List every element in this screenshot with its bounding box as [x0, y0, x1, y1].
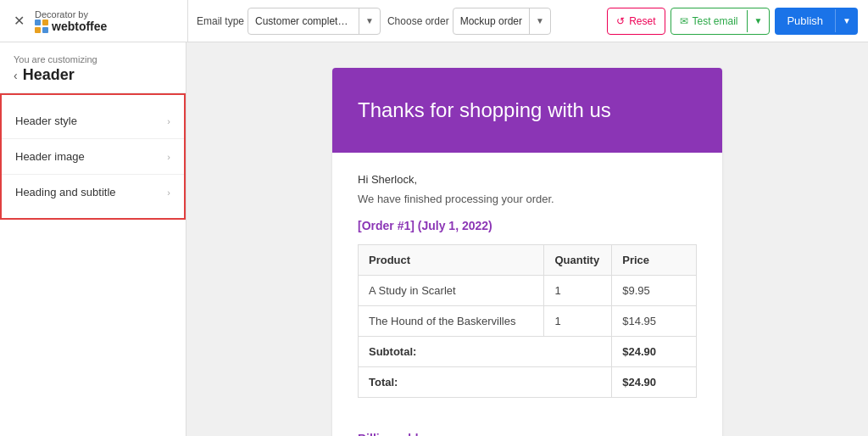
email-header: Thanks for shopping with us: [332, 68, 722, 153]
brand-logo: webtoffee: [35, 20, 107, 33]
email-body-text: We have finished processing your order.: [358, 193, 697, 205]
menu-item-heading-subtitle-label: Heading and subtitle: [15, 186, 116, 198]
total-label: Total:: [359, 367, 612, 398]
billing-title: Billing address: [358, 432, 697, 436]
test-email-label: Test email: [693, 15, 738, 27]
brand-name: webtoffee: [52, 20, 107, 33]
product-qty-1: 1: [544, 276, 612, 306]
test-email-button[interactable]: ✉ Test email ▼: [670, 8, 771, 35]
logo-sq2: [42, 20, 48, 25]
total-row: Total: $24.90: [359, 367, 697, 398]
chevron-right-icon: ›: [167, 187, 170, 198]
product-price-2: $14.95: [612, 306, 697, 337]
back-button[interactable]: ‹: [14, 69, 18, 82]
choose-order-label: Choose order: [387, 15, 449, 27]
reset-label: Reset: [629, 15, 655, 27]
content-area: Thanks for shopping with us Hi Sherlock,…: [186, 42, 868, 436]
menu-item-header-image-label: Header image: [15, 150, 85, 163]
table-header-quantity: Quantity: [544, 245, 612, 276]
sidebar-menu: Header style › Header image › Heading an…: [0, 93, 186, 220]
email-type-label: Email type: [197, 15, 244, 27]
product-name-2: The Hound of the Baskervilles: [359, 306, 544, 337]
table-header-price: Price: [612, 245, 697, 276]
logo-sq1: [35, 20, 41, 25]
email-preview: Thanks for shopping with us Hi Sherlock,…: [332, 68, 722, 436]
sidebar-header: You are customizing ‹ Header: [0, 42, 186, 93]
email-type-select[interactable]: Customer completed or... ▼: [248, 8, 381, 35]
test-email-arrow-icon[interactable]: ▼: [748, 8, 770, 34]
customizing-label: You are customizing: [14, 54, 172, 64]
test-email-icon: ✉: [680, 15, 688, 27]
publish-main[interactable]: Publish: [775, 9, 836, 32]
chevron-right-icon: ›: [167, 152, 170, 162]
email-greeting: Hi Sherlock,: [358, 173, 697, 186]
choose-order-arrow-icon: ▼: [529, 8, 550, 34]
menu-item-header-style-label: Header style: [15, 115, 77, 127]
topbar: ✕ Decorator by webtoffee Email type Cust…: [0, 0, 868, 42]
chevron-right-icon: ›: [167, 116, 170, 126]
table-row: A Study in Scarlet 1 $9.95: [359, 276, 697, 306]
topbar-controls: Email type Customer completed or... ▼ Ch…: [197, 8, 598, 35]
email-type-arrow-icon: ▼: [359, 8, 380, 34]
table-header-product: Product: [359, 245, 544, 276]
brand-by-label: Decorator by: [35, 9, 88, 20]
choose-order-select[interactable]: Mockup order ▼: [453, 8, 551, 35]
logo-sq3: [35, 27, 41, 33]
total-value: $24.90: [612, 367, 697, 398]
choose-order-group: Choose order Mockup order ▼: [387, 8, 551, 35]
logo-icon: [35, 20, 48, 33]
table-row: The Hound of the Baskervilles 1 $14.95: [359, 306, 697, 337]
publish-button[interactable]: Publish ▼: [775, 8, 858, 35]
product-qty-2: 1: [544, 306, 612, 337]
menu-item-header-style[interactable]: Header style ›: [2, 103, 184, 139]
close-button[interactable]: ✕: [10, 9, 28, 32]
email-type-value: Customer completed or...: [248, 15, 359, 27]
menu-item-heading-subtitle[interactable]: Heading and subtitle ›: [2, 175, 184, 210]
email-body: Hi Sherlock, We have finished processing…: [332, 153, 722, 418]
reset-button[interactable]: ↺ Reset: [607, 8, 665, 35]
sidebar: You are customizing ‹ Header Header styl…: [0, 42, 186, 436]
publish-label: Publish: [787, 14, 823, 27]
subtotal-row: Subtotal: $24.90: [359, 337, 697, 367]
product-price-1: $9.95: [612, 276, 697, 306]
subtotal-label: Subtotal:: [359, 337, 612, 367]
email-header-title: Thanks for shopping with us: [358, 98, 697, 122]
brand-section: ✕ Decorator by webtoffee: [10, 0, 188, 42]
brand: Decorator by webtoffee: [35, 9, 107, 33]
order-table: Product Quantity Price A Study in Scarle…: [358, 244, 697, 398]
billing-section: Billing address: [332, 418, 722, 436]
email-order-link: [Order #1] (July 1, 2022): [358, 219, 697, 232]
sidebar-section-title: Header: [23, 66, 75, 84]
test-email-main[interactable]: ✉ Test email: [671, 10, 748, 32]
reset-icon: ↺: [616, 15, 625, 27]
subtotal-value: $24.90: [612, 337, 697, 367]
logo-sq4: [42, 27, 48, 33]
topbar-actions: ↺ Reset ✉ Test email ▼ Publish ▼: [607, 8, 858, 35]
sidebar-back: ‹ Header: [14, 66, 172, 84]
main-area: You are customizing ‹ Header Header styl…: [0, 42, 868, 436]
email-type-group: Email type Customer completed or... ▼: [197, 8, 381, 35]
choose-order-value: Mockup order: [453, 15, 529, 27]
publish-arrow-icon[interactable]: ▼: [836, 8, 858, 35]
product-name-1: A Study in Scarlet: [359, 276, 544, 306]
menu-item-header-image[interactable]: Header image ›: [2, 139, 184, 175]
